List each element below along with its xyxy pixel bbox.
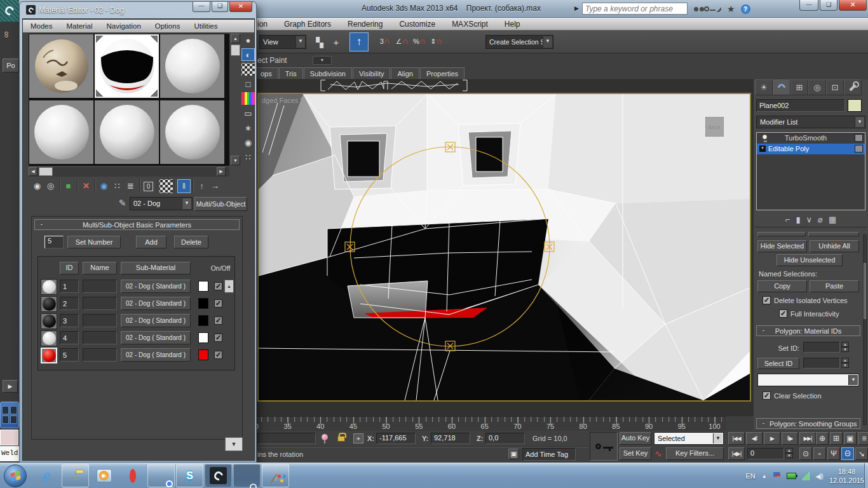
pin-stack-icon[interactable]: ⌐ xyxy=(785,215,790,224)
infocenter-toggle-icon[interactable]: ▶ xyxy=(574,5,579,11)
add-button[interactable]: Add xyxy=(136,236,166,248)
configure-modifier-sets-icon[interactable]: ▦ xyxy=(829,215,836,224)
options-icon[interactable]: ∗ xyxy=(241,121,255,134)
column-header-name[interactable]: Name xyxy=(83,262,117,274)
frame-spinner[interactable]: ▲▼ xyxy=(785,448,793,458)
restore-button[interactable]: ❑ xyxy=(212,2,228,12)
show-desktop-button[interactable] xyxy=(864,463,868,488)
close-button[interactable]: ✕ xyxy=(839,0,867,11)
material-editor-window[interactable]: Material Editor - 02 - Dog — ❑ ✕ ModesMa… xyxy=(19,1,257,463)
lock-icon[interactable] xyxy=(337,436,345,442)
angle-snap-icon[interactable]: ∠∩ xyxy=(393,34,410,50)
material-preview[interactable] xyxy=(41,330,57,346)
select-id-button[interactable]: Select ID xyxy=(757,358,799,369)
modifier-list-dropdown[interactable]: Modifier List▼ xyxy=(756,116,865,128)
3ds-max[interactable] xyxy=(205,464,232,487)
restore-button[interactable]: ❑ xyxy=(820,0,837,11)
toolbar-separator[interactable] xyxy=(93,179,97,193)
toolbar-separator[interactable] xyxy=(155,179,159,193)
ribbon-tab[interactable]: Align xyxy=(391,67,419,79)
name-field[interactable] xyxy=(83,280,117,293)
id-field[interactable]: 1 xyxy=(60,280,79,293)
snaps-toggle-icon[interactable]: 3∩ xyxy=(376,34,393,50)
network-icon[interactable] xyxy=(803,472,810,480)
select-id-spinner[interactable]: ▲▼ xyxy=(841,358,849,368)
internet-explorer[interactable]: e xyxy=(33,464,60,487)
diffuse-color-swatch[interactable] xyxy=(198,315,208,326)
media-player[interactable]: ▶ xyxy=(90,464,118,487)
sub-material-button[interactable]: 02 - Dog ( Standard ) xyxy=(121,280,191,293)
volume-icon[interactable]: ◀)) xyxy=(816,473,823,480)
sample-horizontal-scrollbar[interactable]: ◀ ▶ xyxy=(29,167,229,177)
id-field[interactable]: 5 xyxy=(60,348,79,362)
go-to-parent-icon[interactable]: ↑ xyxy=(195,179,208,193)
key-mode-toggle-button[interactable]: |◀▶| xyxy=(728,447,745,460)
assign-material-to-selection-icon[interactable]: ■ xyxy=(62,179,75,193)
communication-center-icon[interactable] xyxy=(714,4,722,13)
absolute-transform-icon[interactable]: + xyxy=(353,433,363,444)
tab-create[interactable]: ☀ xyxy=(755,79,773,95)
opera[interactable] xyxy=(119,464,146,487)
percent-snap-icon[interactable]: %∩ xyxy=(410,34,428,50)
modifier-stack[interactable]: + TurboSmooth + Editable Poly xyxy=(756,132,865,210)
named-selection-set-dropdown[interactable]: Create Selection Se▼ xyxy=(485,35,553,49)
sub-material-button[interactable]: 02 - Dog ( Standard ) xyxy=(121,331,191,344)
time-tag-cube-icon[interactable]: ▣ xyxy=(508,449,519,459)
diffuse-color-swatch[interactable] xyxy=(198,281,208,292)
menu-item[interactable]: Utilities xyxy=(194,22,217,30)
tab-modify[interactable] xyxy=(773,79,790,95)
go-to-start-button[interactable]: |◀◀ xyxy=(728,432,745,445)
stack-button[interactable] xyxy=(855,134,863,142)
sample-slot-6[interactable] xyxy=(160,100,224,164)
tab-hierarchy[interactable]: ⊞ xyxy=(790,79,808,95)
menu-item[interactable]: ion xyxy=(257,20,268,29)
id-field[interactable]: 3 xyxy=(60,314,79,327)
ribbon-tab[interactable]: ops xyxy=(254,67,278,79)
sample-slot-2-active[interactable] xyxy=(95,34,159,98)
maximize-viewport-toggle-icon[interactable]: ↘ xyxy=(855,447,868,460)
get-material-icon[interactable]: ◉ xyxy=(31,179,44,193)
viewport-shading-label[interactable]: dged Faces ] xyxy=(262,97,302,104)
chrome[interactable] xyxy=(147,464,175,487)
ribbon-flyout-icon[interactable]: ▼ xyxy=(313,56,332,65)
checkbox[interactable]: ✓ xyxy=(779,309,787,318)
set-id-field[interactable] xyxy=(803,342,840,353)
sample-type-icon[interactable]: ● xyxy=(241,34,255,46)
make-unique-icon[interactable]: ∨ xyxy=(806,215,813,224)
pick-material-from-object-icon[interactable]: ✐ xyxy=(117,199,127,207)
menu-item[interactable]: Customize xyxy=(399,20,435,29)
menu-item[interactable]: Navigation xyxy=(106,22,140,30)
material-name-dropdown[interactable]: 02 - Dog▼ xyxy=(130,197,193,210)
scrollbar-thumb[interactable] xyxy=(231,44,240,56)
on-off-checkbox[interactable]: ✓ xyxy=(214,334,222,342)
name-field[interactable] xyxy=(83,297,117,310)
menu-item[interactable]: Help xyxy=(505,20,520,29)
x-coordinate-field[interactable]: -117,665 xyxy=(376,433,416,444)
skype[interactable]: S xyxy=(176,464,203,487)
add-time-tag-field[interactable]: Add Time Tag xyxy=(522,448,576,461)
diffuse-color-swatch[interactable] xyxy=(198,332,208,343)
window-scroll-down-icon[interactable]: ▼ xyxy=(225,437,243,451)
set-key-button[interactable]: Set Key xyxy=(620,447,651,460)
select-id-field[interactable] xyxy=(803,358,840,369)
sub-material-button[interactable]: 02 - Dog ( Standard ) xyxy=(121,297,191,310)
select-and-move-icon[interactable]: ↑ xyxy=(349,32,369,51)
paste-button[interactable]: Paste xyxy=(810,280,859,292)
action-center-icon[interactable] xyxy=(773,472,780,480)
rollout-smoothing-groups[interactable]: - Polygon: Smoothing Groups xyxy=(756,418,860,429)
id-field[interactable]: 2 xyxy=(60,297,79,310)
hidden-icons-arrow[interactable]: ▲ xyxy=(762,473,767,479)
sample-uv-tiling-icon[interactable]: □ xyxy=(241,78,255,90)
chevron-down-icon[interactable]: ▼ xyxy=(295,36,305,48)
delete-button[interactable]: Delete xyxy=(174,236,208,248)
tab-display[interactable]: ⊡ xyxy=(826,79,844,95)
zoom-extents-all-icon[interactable]: ≡ xyxy=(858,432,868,445)
close-button[interactable]: ✕ xyxy=(229,2,252,12)
name-field[interactable] xyxy=(83,348,117,362)
checkbox[interactable]: ✓ xyxy=(763,296,771,304)
help-icon[interactable]: ? xyxy=(741,4,750,14)
tab-object-paint[interactable]: ect Paint xyxy=(257,56,287,65)
sample-slot-3[interactable] xyxy=(160,34,224,98)
current-frame-field[interactable]: 0 xyxy=(747,448,784,459)
menu-item[interactable]: Options xyxy=(155,22,180,30)
